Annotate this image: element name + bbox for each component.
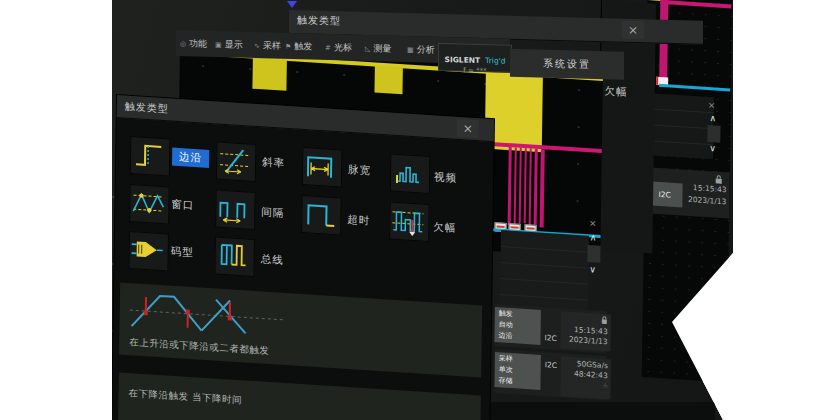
bus-type-label: I2C [544,333,556,343]
menu-item-measure[interactable]: ◺测量 [365,42,391,56]
scroll-down-icon[interactable]: ∨ [709,143,716,153]
brand-status-block: SIGLENT Trig'd f = *** [438,43,512,73]
edge-description-panel: 在上升沿或下降沿或二者都触发 [119,282,482,377]
trigger-type-edge[interactable]: 边沿 [172,148,209,168]
edge-trigger-diagram [127,286,288,342]
slope-description-panel: 在下降沿触发 当下降时间 [117,372,480,420]
scrollbar-thumb[interactable] [707,125,720,143]
pink-burst-line [508,147,512,225]
trigger-type-window[interactable]: 窗口 [171,198,194,213]
trigger-status-panel[interactable]: I2C 15:15:43 2023/1/13 [650,167,730,218]
status-row: 边沿 [498,330,536,343]
trigger-type-runt[interactable]: 欠幅 [433,220,456,235]
scrollbar-thumb[interactable] [587,245,600,263]
close-icon[interactable]: × [622,21,644,40]
menu-item-display[interactable]: ▣显示 [215,38,243,52]
hidden-dialog-rows [500,230,589,314]
scroll-down-icon[interactable]: ∨ [589,264,596,274]
lock-icon [715,174,723,184]
trigger-flag-icon: ⚑ [285,43,291,51]
back-dialog-title: 触发类型 [297,13,341,28]
video-trigger-icon[interactable] [390,154,431,195]
close-icon[interactable]: × [589,218,597,228]
display-icon: ▣ [215,41,222,49]
scene: × ∧ ∨ I2C 15:15:43 2023/1/13 视频 欠幅 触发类型 … [0,0,840,420]
menu-item-function[interactable]: ◎功能 [180,37,207,51]
pink-burst-line [524,148,527,223]
bus-type-label: I2C [658,190,670,200]
scroll-up-icon[interactable]: ∧ [710,113,717,123]
pink-burst-line [529,148,532,226]
dialog-title: 触发类型 [125,100,169,117]
trigger-type-dialog: 触发类型 × 边沿 斜率 脉宽 视频 窗口 间隔 超时 [112,95,494,420]
trigger-type-pattern[interactable]: 码型 [171,245,194,260]
pink-burst-line [540,149,545,227]
menu-item-analysis[interactable]: ▦分析 [407,43,435,57]
close-icon[interactable]: × [708,100,716,110]
measure-icon: ◺ [365,45,370,53]
cyan-trace-segment [659,84,730,92]
window-trigger-icon[interactable] [129,184,170,225]
trigger-type-pulse-width[interactable]: 脉宽 [348,163,371,178]
system-settings-button[interactable]: 系统设置 [510,49,624,80]
trigger-status-box[interactable]: 触发 自动 边沿 I2C 15:15:43 2023/1/13 [494,304,607,353]
pink-burst-line [534,149,538,225]
trigger-type-timeout[interactable]: 超时 [347,213,370,228]
menu-item-acquire[interactable]: ∿采样 [254,39,281,53]
status-row: 存储 [498,375,536,388]
function-icon: ◎ [180,40,186,48]
trigger-position-marker [287,1,297,8]
pink-burst-line [519,148,522,226]
edge-trigger-icon[interactable] [130,136,171,177]
pattern-trigger-icon[interactable] [128,231,169,272]
trigger-status: Trig'd [485,56,505,66]
pink-burst-line [514,148,517,224]
slope-trigger-icon[interactable] [216,141,257,182]
partial-dialog-rows [645,93,714,159]
dialog-scrollbar: × ∧ ∨ [587,218,603,291]
pulse-width-trigger-icon[interactable] [302,147,343,188]
bus-trigger-icon[interactable] [214,236,255,277]
timeout-trigger-icon[interactable] [301,195,342,236]
clock-time: 15:15:43 [681,182,727,194]
runt-trigger-icon[interactable] [389,202,430,243]
trigger-type-interval[interactable]: 间隔 [261,205,284,220]
menu-item-trigger[interactable]: ⚑触发 [285,40,312,54]
trigger-type-slope[interactable]: 斜率 [262,155,285,170]
scroll-up-icon[interactable]: ∧ [590,232,597,242]
slope-description-text: 在下降沿触发 当下降时间 [128,387,242,407]
left-margin [0,0,112,420]
clock-date: 2023/1/13 [563,334,607,347]
acquire-icon: ∿ [254,42,260,50]
menu-item-cursor[interactable]: #光标 [325,41,352,55]
lock-icon [601,316,608,324]
pink-trace-segment [660,0,731,8]
cursor-icon: # [325,44,331,52]
analysis-icon: ▦ [407,46,414,54]
acquire-status-box[interactable]: 采样 单次 存储 I2C 50GSa/s 48:42:43 ⑃ [494,349,607,400]
brand-logo: SIGLENT [445,55,481,65]
trigger-type-video[interactable]: 视频 [434,170,457,185]
bus-type-label: I2C [545,360,557,370]
trigger-type-bus[interactable]: 总线 [261,252,284,267]
close-icon[interactable]: × [457,119,479,138]
interval-trigger-icon[interactable] [215,189,256,230]
